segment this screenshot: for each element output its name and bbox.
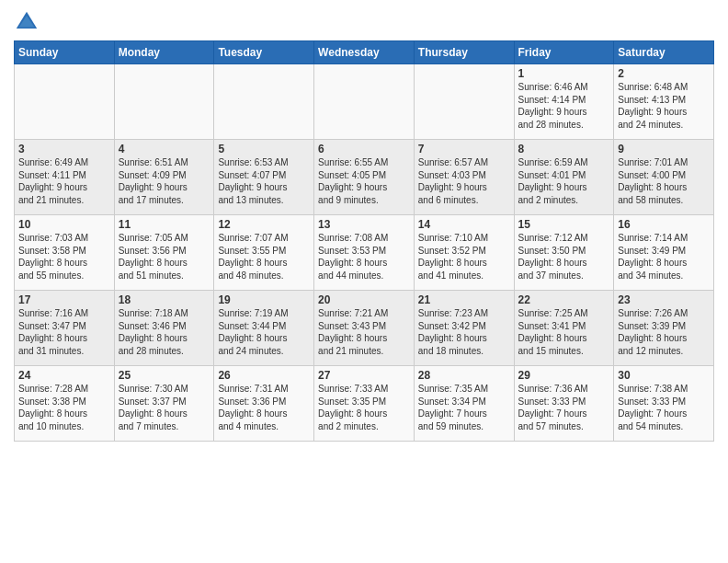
day-number: 10 bbox=[18, 218, 110, 231]
day-number: 24 bbox=[18, 369, 110, 382]
calendar-cell: 5Sunrise: 6:53 AM Sunset: 4:07 PM Daylig… bbox=[214, 140, 314, 215]
day-info: Sunrise: 7:01 AM Sunset: 4:00 PM Dayligh… bbox=[618, 156, 710, 206]
calendar-cell: 17Sunrise: 7:16 AM Sunset: 3:47 PM Dayli… bbox=[15, 291, 115, 366]
main-container: SundayMondayTuesdayWednesdayThursdayFrid… bbox=[0, 0, 728, 446]
calendar-cell: 21Sunrise: 7:23 AM Sunset: 3:42 PM Dayli… bbox=[414, 291, 514, 366]
day-number: 19 bbox=[218, 293, 310, 306]
calendar-cell: 15Sunrise: 7:12 AM Sunset: 3:50 PM Dayli… bbox=[514, 215, 614, 291]
logo-icon bbox=[14, 9, 40, 35]
day-info: Sunrise: 7:10 AM Sunset: 3:52 PM Dayligh… bbox=[418, 232, 510, 282]
day-info: Sunrise: 7:12 AM Sunset: 3:50 PM Dayligh… bbox=[518, 232, 610, 282]
calendar-table: SundayMondayTuesdayWednesdayThursdayFrid… bbox=[14, 40, 714, 442]
day-info: Sunrise: 7:30 AM Sunset: 3:37 PM Dayligh… bbox=[119, 383, 210, 432]
calendar-cell: 29Sunrise: 7:36 AM Sunset: 3:33 PM Dayli… bbox=[514, 366, 614, 442]
day-number: 18 bbox=[119, 293, 210, 306]
day-number: 2 bbox=[618, 67, 710, 80]
header bbox=[14, 9, 714, 35]
day-info: Sunrise: 7:18 AM Sunset: 3:46 PM Dayligh… bbox=[119, 307, 210, 357]
day-info: Sunrise: 7:23 AM Sunset: 3:42 PM Dayligh… bbox=[418, 307, 510, 357]
calendar-cell: 4Sunrise: 6:51 AM Sunset: 4:09 PM Daylig… bbox=[114, 140, 214, 215]
day-number: 29 bbox=[518, 369, 610, 382]
day-info: Sunrise: 6:57 AM Sunset: 4:03 PM Dayligh… bbox=[418, 156, 510, 206]
day-info: Sunrise: 6:59 AM Sunset: 4:01 PM Dayligh… bbox=[518, 156, 610, 206]
day-info: Sunrise: 7:38 AM Sunset: 3:33 PM Dayligh… bbox=[618, 383, 710, 432]
calendar-cell bbox=[15, 64, 115, 140]
day-number: 1 bbox=[518, 67, 610, 80]
day-info: Sunrise: 6:55 AM Sunset: 4:05 PM Dayligh… bbox=[318, 156, 410, 206]
day-number: 25 bbox=[119, 369, 210, 382]
day-number: 22 bbox=[518, 293, 610, 306]
day-number: 8 bbox=[518, 143, 610, 155]
day-number: 9 bbox=[618, 143, 710, 155]
calendar-cell: 8Sunrise: 6:59 AM Sunset: 4:01 PM Daylig… bbox=[514, 140, 614, 215]
week-row-3: 10Sunrise: 7:03 AM Sunset: 3:58 PM Dayli… bbox=[15, 215, 714, 291]
calendar-cell: 16Sunrise: 7:14 AM Sunset: 3:49 PM Dayli… bbox=[614, 215, 714, 291]
day-info: Sunrise: 7:28 AM Sunset: 3:38 PM Dayligh… bbox=[18, 383, 110, 432]
calendar-cell: 12Sunrise: 7:07 AM Sunset: 3:55 PM Dayli… bbox=[214, 215, 314, 291]
day-number: 12 bbox=[218, 218, 310, 231]
calendar-cell: 1Sunrise: 6:46 AM Sunset: 4:14 PM Daylig… bbox=[514, 64, 614, 140]
day-number: 5 bbox=[218, 143, 310, 155]
weekday-header-row: SundayMondayTuesdayWednesdayThursdayFrid… bbox=[15, 41, 714, 64]
day-number: 13 bbox=[318, 218, 410, 231]
weekday-header-saturday: Saturday bbox=[614, 41, 714, 64]
calendar-cell: 6Sunrise: 6:55 AM Sunset: 4:05 PM Daylig… bbox=[314, 140, 415, 215]
day-number: 27 bbox=[318, 369, 410, 382]
day-info: Sunrise: 7:35 AM Sunset: 3:34 PM Dayligh… bbox=[418, 383, 510, 432]
day-number: 15 bbox=[518, 218, 610, 231]
calendar-cell: 10Sunrise: 7:03 AM Sunset: 3:58 PM Dayli… bbox=[15, 215, 115, 291]
calendar-cell: 25Sunrise: 7:30 AM Sunset: 3:37 PM Dayli… bbox=[114, 366, 214, 442]
calendar-cell bbox=[314, 64, 415, 140]
week-row-4: 17Sunrise: 7:16 AM Sunset: 3:47 PM Dayli… bbox=[15, 291, 714, 366]
calendar-cell: 18Sunrise: 7:18 AM Sunset: 3:46 PM Dayli… bbox=[114, 291, 214, 366]
day-info: Sunrise: 7:31 AM Sunset: 3:36 PM Dayligh… bbox=[218, 383, 310, 432]
day-info: Sunrise: 6:51 AM Sunset: 4:09 PM Dayligh… bbox=[119, 156, 210, 206]
calendar-cell: 13Sunrise: 7:08 AM Sunset: 3:53 PM Dayli… bbox=[314, 215, 415, 291]
calendar-cell: 11Sunrise: 7:05 AM Sunset: 3:56 PM Dayli… bbox=[114, 215, 214, 291]
calendar-cell bbox=[114, 64, 214, 140]
calendar-cell: 3Sunrise: 6:49 AM Sunset: 4:11 PM Daylig… bbox=[15, 140, 115, 215]
weekday-header-monday: Monday bbox=[114, 41, 214, 64]
day-info: Sunrise: 7:21 AM Sunset: 3:43 PM Dayligh… bbox=[318, 307, 410, 357]
calendar-cell: 22Sunrise: 7:25 AM Sunset: 3:41 PM Dayli… bbox=[514, 291, 614, 366]
day-number: 17 bbox=[18, 293, 110, 306]
day-info: Sunrise: 6:48 AM Sunset: 4:13 PM Dayligh… bbox=[618, 81, 710, 131]
day-info: Sunrise: 7:16 AM Sunset: 3:47 PM Dayligh… bbox=[18, 307, 110, 357]
day-info: Sunrise: 7:36 AM Sunset: 3:33 PM Dayligh… bbox=[518, 383, 610, 432]
day-info: Sunrise: 6:49 AM Sunset: 4:11 PM Dayligh… bbox=[18, 156, 110, 206]
day-info: Sunrise: 7:26 AM Sunset: 3:39 PM Dayligh… bbox=[618, 307, 710, 357]
weekday-header-tuesday: Tuesday bbox=[214, 41, 314, 64]
calendar-cell: 30Sunrise: 7:38 AM Sunset: 3:33 PM Dayli… bbox=[614, 366, 714, 442]
day-info: Sunrise: 7:33 AM Sunset: 3:35 PM Dayligh… bbox=[318, 383, 410, 432]
day-info: Sunrise: 7:07 AM Sunset: 3:55 PM Dayligh… bbox=[218, 232, 310, 282]
weekday-header-sunday: Sunday bbox=[15, 41, 115, 64]
day-number: 7 bbox=[418, 143, 510, 155]
day-number: 14 bbox=[418, 218, 510, 231]
calendar-cell: 20Sunrise: 7:21 AM Sunset: 3:43 PM Dayli… bbox=[314, 291, 415, 366]
day-info: Sunrise: 7:25 AM Sunset: 3:41 PM Dayligh… bbox=[518, 307, 610, 357]
day-info: Sunrise: 7:08 AM Sunset: 3:53 PM Dayligh… bbox=[318, 232, 410, 282]
week-row-2: 3Sunrise: 6:49 AM Sunset: 4:11 PM Daylig… bbox=[15, 140, 714, 215]
calendar-cell bbox=[214, 64, 314, 140]
day-info: Sunrise: 6:46 AM Sunset: 4:14 PM Dayligh… bbox=[518, 81, 610, 131]
day-number: 4 bbox=[119, 143, 210, 155]
day-info: Sunrise: 6:53 AM Sunset: 4:07 PM Dayligh… bbox=[218, 156, 310, 206]
day-number: 3 bbox=[18, 143, 110, 155]
day-number: 11 bbox=[119, 218, 210, 231]
calendar-cell: 19Sunrise: 7:19 AM Sunset: 3:44 PM Dayli… bbox=[214, 291, 314, 366]
weekday-header-friday: Friday bbox=[514, 41, 614, 64]
day-number: 23 bbox=[618, 293, 710, 306]
calendar-cell: 14Sunrise: 7:10 AM Sunset: 3:52 PM Dayli… bbox=[414, 215, 514, 291]
calendar-cell: 2Sunrise: 6:48 AM Sunset: 4:13 PM Daylig… bbox=[614, 64, 714, 140]
day-number: 21 bbox=[418, 293, 510, 306]
weekday-header-thursday: Thursday bbox=[414, 41, 514, 64]
calendar-cell: 7Sunrise: 6:57 AM Sunset: 4:03 PM Daylig… bbox=[414, 140, 514, 215]
day-number: 28 bbox=[418, 369, 510, 382]
calendar-cell: 23Sunrise: 7:26 AM Sunset: 3:39 PM Dayli… bbox=[614, 291, 714, 366]
calendar-cell: 26Sunrise: 7:31 AM Sunset: 3:36 PM Dayli… bbox=[214, 366, 314, 442]
day-number: 20 bbox=[318, 293, 410, 306]
day-number: 26 bbox=[218, 369, 310, 382]
week-row-1: 1Sunrise: 6:46 AM Sunset: 4:14 PM Daylig… bbox=[15, 64, 714, 140]
day-number: 16 bbox=[618, 218, 710, 231]
day-number: 6 bbox=[318, 143, 410, 155]
